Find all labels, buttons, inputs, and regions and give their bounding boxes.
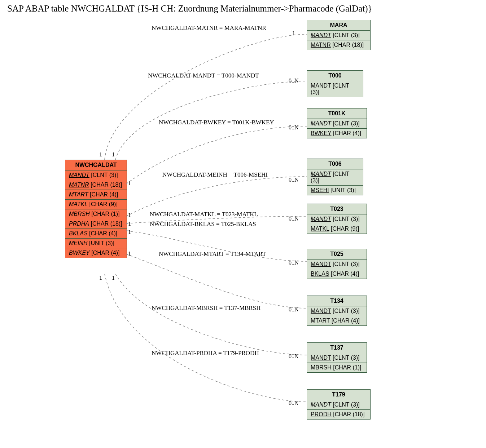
entity-header: NWCHGALDAT [65, 160, 127, 170]
entity-field: PRDHA [CHAR (18)] [65, 219, 127, 229]
entity-t001k: T001KMANDT [CLNT (3)]BWKEY [CHAR (4)] [307, 108, 367, 138]
entity-field: MANDT [CLNT (3)] [307, 400, 370, 410]
relation-label: NWCHGALDAT-PRDHA = T179-PRODH [152, 350, 259, 357]
entity-field: PRODH [CHAR (18)] [307, 410, 370, 419]
entity-field: MTART [CHAR (4)] [307, 316, 367, 325]
card-right: 0..N [289, 216, 299, 222]
entity-field: MTART [CHAR (4)] [65, 190, 127, 200]
entity-field: BKLAS [CHAR (4)] [307, 269, 367, 279]
entity-header: T025 [307, 249, 367, 260]
entity-field: MANDT [CLNT (3)] [307, 81, 363, 97]
entity-field: MSEHI [UNIT (3)] [307, 186, 363, 195]
entity-field: MANDT [CLNT (3)] [307, 31, 370, 40]
relation-label: NWCHGALDAT-MATKL = T023-MATKL [150, 211, 258, 218]
card-left-8: 1 [112, 275, 115, 281]
entity-t000: T000MANDT [CLNT (3)] [307, 70, 363, 97]
entity-nwchgaldat: NWCHGALDAT MANDT [CLNT (3)]MATNR [CHAR (… [65, 160, 127, 258]
entity-header: T001K [307, 108, 367, 119]
card-left-4: 1 [128, 221, 131, 227]
card-left-0: 1 [99, 151, 102, 158]
relation-label: NWCHGALDAT-MATNR = MARA-MATNR [152, 25, 266, 32]
card-right: 0..N [289, 400, 299, 407]
entity-field: MATKL [CHAR (9)] [65, 200, 127, 209]
entity-field: BWKEY [CHAR (4)] [65, 248, 127, 258]
entity-t137: T137MANDT [CLNT (3)]MBRSH [CHAR (1)] [307, 342, 367, 373]
entity-header: T137 [307, 343, 367, 353]
card-left-2: 1 [128, 180, 131, 187]
entity-field: MBRSH [CHAR (1)] [65, 209, 127, 219]
entity-t025: T025MANDT [CLNT (3)]BKLAS [CHAR (4)] [307, 249, 367, 279]
relation-label: NWCHGALDAT-MANDT = T000-MANDT [148, 72, 259, 79]
entity-field: MEINH [UNIT (3)] [65, 239, 127, 248]
relation-label: NWCHGALDAT-MEINH = T006-MSEHI [162, 171, 268, 178]
entity-header: T179 [307, 390, 370, 400]
entity-field: MANDT [CLNT (3)] [307, 214, 367, 224]
entity-header: T006 [307, 159, 363, 169]
entity-field: MANDT [CLNT (3)] [307, 353, 367, 363]
entity-t179: T179MANDT [CLNT (3)]PRODH [CHAR (18)] [307, 389, 371, 420]
entity-t006: T006MANDT [CLNT (3)]MSEHI [UNIT (3)] [307, 159, 363, 195]
card-left-7: 1 [99, 275, 102, 281]
entity-header: T134 [307, 296, 367, 306]
card-left-6: 1 [128, 250, 131, 257]
card-right: 0..N [289, 177, 299, 183]
entity-field: MANDT [CLNT (3)] [307, 169, 363, 186]
entity-field: MATNR [CHAR (18)] [307, 40, 370, 50]
entity-mara: MARAMANDT [CLNT (3)]MATNR [CHAR (18)] [307, 20, 371, 50]
page-title: SAP ABAP table NWCHGALDAT {IS-H CH: Zuor… [7, 4, 372, 14]
entity-field: MANDT [CLNT (3)] [307, 306, 367, 316]
entity-header: MARA [307, 20, 370, 31]
card-right: 1 [292, 30, 295, 36]
entity-header: T000 [307, 71, 363, 81]
entity-field: MATNR [CHAR (18)] [65, 180, 127, 190]
entity-field: MANDT [CLNT (3)] [307, 260, 367, 269]
entity-field: MANDT [CLNT (3)] [307, 119, 367, 129]
entity-field: BKLAS [CHAR (4)] [65, 229, 127, 239]
card-left-5: 1 [128, 229, 131, 235]
entity-field: MBRSH [CHAR (1)] [307, 363, 367, 372]
entity-header: T023 [307, 204, 367, 214]
relation-label: NWCHGALDAT-BWKEY = T001K-BWKEY [159, 119, 274, 126]
card-right: 0..N [289, 306, 299, 313]
relation-label: NWCHGALDAT-BKLAS = T025-BKLAS [150, 221, 256, 228]
card-left-1: 1 [112, 151, 115, 158]
entity-field: BWKEY [CHAR (4)] [307, 129, 367, 138]
entity-t134: T134MANDT [CLNT (3)]MTART [CHAR (4)] [307, 296, 367, 326]
relation-label: NWCHGALDAT-MBRSH = T137-MBRSH [152, 305, 260, 312]
card-right: 0..N [289, 77, 299, 84]
relation-label: NWCHGALDAT-MTART = T134-MTART [159, 250, 266, 258]
card-right: 0..N [289, 260, 299, 266]
entity-field: MATKL [CHAR (9)] [307, 224, 367, 234]
entity-t023: T023MANDT [CLNT (3)]MATKL [CHAR (9)] [307, 204, 367, 234]
card-left-3: 1 [128, 212, 131, 218]
card-right: 0..N [289, 353, 299, 360]
entity-field: MANDT [CLNT (3)] [65, 170, 127, 180]
card-right: 0..N [289, 124, 299, 131]
